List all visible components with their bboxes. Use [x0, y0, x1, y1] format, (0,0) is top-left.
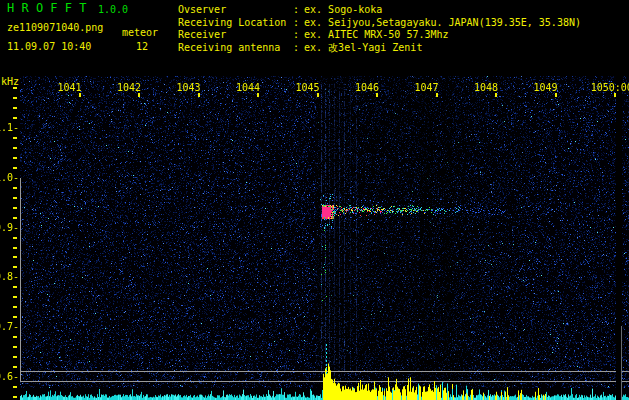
freq-axis-tick [13, 117, 17, 119]
time-axis-tick [317, 93, 319, 97]
output-filename: ze1109071040.png [7, 22, 103, 33]
time-axis-label: 1042 [81, 82, 141, 93]
mode-label: meteor [122, 27, 158, 38]
freq-axis-label: 0.8- [0, 271, 19, 282]
freq-axis-tick [13, 237, 17, 239]
station-row-label: Receiving antenna [178, 42, 293, 55]
station-row-value: ex. Sogo-koka [299, 4, 382, 15]
freq-axis-label: 0.6- [0, 371, 19, 382]
freq-axis-tick [13, 167, 17, 169]
time-axis-label: 1044 [200, 82, 260, 93]
station-row-label: Receiving Location [178, 17, 293, 30]
time-axis-tick [614, 93, 616, 97]
freq-axis-tick [13, 356, 17, 358]
freq-axis-tick [13, 207, 17, 209]
time-axis-label: 1048 [438, 82, 498, 93]
freq-axis-tick [13, 256, 17, 258]
station-row: Receiving Location:ex. Seijyou,Setagayak… [178, 17, 581, 30]
spectrogram-canvas [20, 76, 629, 400]
hrofft-screen: H R O F F T 1.0.0 ze1109071040.png meteo… [0, 0, 629, 400]
freq-axis-tick [13, 346, 17, 348]
freq-axis-tick [13, 147, 17, 149]
freq-axis-tick [13, 306, 17, 308]
freq-axis-tick [13, 217, 17, 219]
station-info-block: Ovserver:ex. Sogo-koka Receiving Locatio… [178, 4, 581, 54]
freq-axis-label: 0.9- [0, 222, 19, 233]
time-axis-tick [79, 93, 81, 97]
time-axis-label: 1043 [141, 82, 201, 93]
freq-axis-tick [13, 157, 17, 159]
freq-axis-tick [13, 247, 17, 249]
freq-axis-tick [13, 316, 17, 318]
meteor-count: 12 [136, 41, 148, 52]
freq-axis-tick [13, 197, 17, 199]
freq-axis-tick [13, 286, 17, 288]
freq-axis-tick [13, 187, 17, 189]
freq-axis-label: 1.0- [0, 172, 19, 183]
station-row-value: ex. AITEC MRX-50 57.3Mhz [299, 29, 449, 40]
freq-axis-tick [13, 296, 17, 298]
freq-axis-tick [13, 386, 17, 388]
station-row: Receiver:ex. AITEC MRX-50 57.3Mhz [178, 29, 581, 42]
time-axis-tick [138, 93, 140, 97]
freq-axis-tick [13, 266, 17, 268]
station-row-label: Receiver [178, 29, 293, 42]
time-axis-label: 1049 [498, 82, 558, 93]
freq-axis-tick [13, 107, 17, 109]
time-axis-label: 1041 [22, 82, 82, 93]
app-title: H R O F F T [7, 3, 86, 14]
freq-axis-label: 0.7- [0, 321, 19, 332]
time-axis-tick [257, 93, 259, 97]
time-axis-tick [495, 93, 497, 97]
time-axis-tick [376, 93, 378, 97]
freq-axis-tick [13, 396, 17, 398]
time-axis-tick [198, 93, 200, 97]
time-axis-label: 1045 [260, 82, 320, 93]
app-version: 1.0.0 [98, 4, 128, 15]
time-axis-tick [436, 93, 438, 97]
time-axis-label: 1050:00 [591, 82, 629, 93]
time-axis-label: 1046 [319, 82, 379, 93]
freq-axis-tick [13, 366, 17, 368]
time-axis-label: 1047 [379, 82, 439, 93]
freq-axis-tick [13, 87, 17, 89]
freq-axis-unit: kHz [1, 76, 19, 87]
freq-axis-tick [13, 336, 17, 338]
station-row-label: Ovserver [178, 4, 293, 17]
station-row-value: ex. 改3el-Yagi Zenit [299, 42, 422, 53]
observation-datetime: 11.09.07 10:40 [7, 41, 91, 52]
station-row: Ovserver:ex. Sogo-koka [178, 4, 581, 17]
freq-axis-tick [13, 137, 17, 139]
time-axis-tick [555, 93, 557, 97]
station-row: Receiving antenna:ex. 改3el-Yagi Zenit [178, 42, 581, 55]
freq-axis-label: 1.1- [0, 122, 19, 133]
station-row-value: ex. Seijyou,Setagayaku. JAPAN(139.35E, 3… [299, 17, 581, 28]
freq-axis-tick [13, 97, 17, 99]
